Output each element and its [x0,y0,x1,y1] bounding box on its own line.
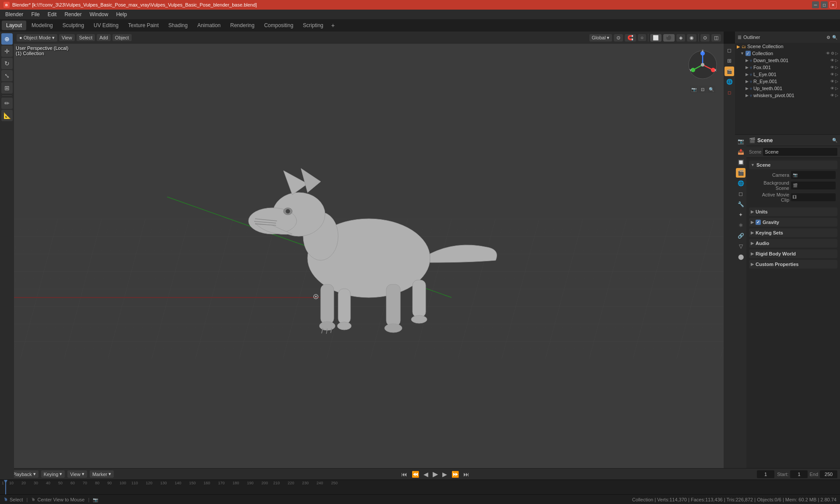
l-eye-render-icon[interactable]: ▷ [835,72,838,77]
tool-measure[interactable]: 📐 [1,110,13,121]
props-tab-material[interactable]: ⬤ [736,252,746,262]
props-tab-data[interactable]: ▽ [736,242,746,251]
tab-animation[interactable]: Animation [193,21,225,30]
scene-search-icon[interactable]: 🔍 [832,138,837,143]
props-tab-render[interactable]: 📷 [736,136,746,146]
camera-view-btn[interactable]: 📷 [690,85,698,93]
up-teeth-render-icon[interactable]: ▷ [835,86,838,91]
section-scene-header[interactable]: ▼ Scene [749,161,837,169]
outliner-fox[interactable]: ▶ ▿ Fox.001 👁 ▷ [735,64,840,71]
strip-icon-world[interactable]: 🌐 [724,77,734,87]
global-local-toggle[interactable]: Global ▾ [589,34,612,42]
l-eye-view-icon[interactable]: 👁 [830,72,834,77]
menu-edit[interactable]: Edit [44,10,60,18]
add-workspace-button[interactable]: + [329,21,337,30]
tab-modeling[interactable]: Modeling [27,21,57,30]
navigation-gizmo[interactable]: Z X Y [685,47,720,82]
section-gravity-header[interactable]: ▶ ✓ Gravity [749,218,837,227]
collection-extra-icon[interactable]: ⚙ [831,51,834,56]
maximize-button[interactable]: □ [821,1,828,8]
bg-scene-field[interactable]: 🎬 [791,182,836,189]
tool-move[interactable]: ✛ [1,46,13,57]
collection-checkbox[interactable]: ✓ [746,51,751,56]
outliner-search-icon[interactable]: 🔍 [832,35,837,40]
tool-transform[interactable]: ⊞ [1,82,13,94]
tool-rotate[interactable]: ↻ [1,58,13,69]
whiskers-render-icon[interactable]: ▷ [835,93,838,98]
section-units-header[interactable]: ▶ Units [749,207,837,216]
rendered-btn[interactable]: ◉ [687,34,696,42]
wireframe-btn[interactable]: ⬜ [650,34,662,42]
play-btn[interactable]: ▶ [432,470,439,478]
local-global-btn[interactable]: 🔍 [707,85,715,93]
center-view-status[interactable]: 🖱 Center View to Mouse [31,497,84,502]
timeline-body[interactable]: 1 10 20 30 40 50 60 70 80 90 100 110 120… [0,480,840,494]
up-teeth-view-icon[interactable]: 👁 [830,86,834,91]
xray-btn[interactable]: ◫ [711,34,721,42]
props-tab-view-layer[interactable]: 🔲 [736,158,746,167]
props-tab-scene[interactable]: 🎬 [736,168,746,178]
outliner-down-teeth[interactable]: ▶ ▿ Down_teeth.001 👁 ▷ [735,57,840,64]
obj-render-icon[interactable]: ▷ [835,58,838,63]
skip-end-btn[interactable]: ⏭ [462,471,470,478]
overlay-btn[interactable]: ⊙ [700,34,710,42]
mode-selector[interactable]: ● Object Mode ▾ [17,34,57,42]
proportional-edit-btn[interactable]: ○ [638,34,646,41]
outliner-collection[interactable]: ▼ ✓ Collection 👁 ⚙ ▷ [735,50,840,57]
props-tab-object[interactable]: ◻ [736,189,746,199]
tab-uv-editing[interactable]: UV Editing [89,21,123,30]
end-frame-input[interactable] [820,470,837,478]
pivot-point-btn[interactable]: ⊙ [614,34,623,42]
section-custom-header[interactable]: ▶ Custom Properties [749,260,837,269]
fox-view-icon[interactable]: 👁 [830,65,834,70]
props-tab-particles[interactable]: ✦ [736,210,746,220]
snap-btn[interactable]: 🧲 [625,34,636,42]
strip-icon-1[interactable]: ◻ [724,46,734,55]
skip-start-btn[interactable]: ⏮ [400,471,408,478]
current-frame-input[interactable] [757,470,774,478]
select-status[interactable]: 🖱 Select [4,497,23,502]
view-menu[interactable]: View [59,34,75,41]
whiskers-view-icon[interactable]: 👁 [830,93,834,98]
props-tab-modifier[interactable]: 🔧 [736,200,746,209]
marker-dropdown[interactable]: Marker ▾ [90,470,114,478]
r-eye-view-icon[interactable]: 👁 [830,79,834,84]
add-menu[interactable]: Add [97,34,111,41]
render-mode-status[interactable]: 📷 [93,497,98,502]
menu-render[interactable]: Render [61,10,85,18]
tab-sculpting[interactable]: Sculpting [58,21,88,30]
props-tab-constraints[interactable]: 🔗 [736,231,746,241]
prev-keyframe-btn[interactable]: ◀ [423,471,429,478]
tool-annotate[interactable]: ✏ [1,98,13,109]
tab-layout[interactable]: Layout [2,21,26,30]
outliner-l-eye[interactable]: ▶ ▿ L_Eye.001 👁 ▷ [735,71,840,78]
material-btn[interactable]: ◈ [676,34,685,42]
tool-scale[interactable]: ⤡ [1,70,13,81]
outliner-scene-collection[interactable]: ▶ 🗂 Scene Collection [735,43,840,50]
strip-icon-2[interactable]: ⊞ [724,56,734,66]
next-keyframe-btn[interactable]: ▶ [441,471,448,478]
prev-frame-btn[interactable]: ⏪ [411,471,420,478]
props-tab-physics[interactable]: ⚛ [736,220,746,230]
tab-shading[interactable]: Shading [164,21,192,30]
outliner-filter-icon[interactable]: ⚙ [826,35,830,40]
tool-cursor[interactable]: ⊕ [1,33,13,45]
menu-window[interactable]: Window [86,10,112,18]
fox-render-icon[interactable]: ▷ [835,65,838,70]
scene-name-field[interactable]: Scene [763,148,837,156]
outliner-r-eye[interactable]: ▶ ▿ R_Eye.001 👁 ▷ [735,78,840,85]
section-audio-header[interactable]: ▶ Audio [749,239,837,248]
tab-scripting[interactable]: Scripting [298,21,328,30]
menu-blender[interactable]: Blender [2,10,27,18]
section-rigid-header[interactable]: ▶ Rigid Body World [749,249,837,258]
props-tab-output[interactable]: 📤 [736,147,746,157]
menu-file[interactable]: File [28,10,43,18]
minimize-button[interactable]: ─ [812,1,819,8]
props-tab-world[interactable]: 🌐 [736,178,746,188]
section-keying-header[interactable]: ▶ Keying Sets [749,228,837,237]
gravity-checkbox[interactable]: ✓ [756,220,761,225]
strip-icon-scene[interactable]: 🎬 [724,66,734,76]
object-menu[interactable]: Object [112,34,132,41]
tab-rendering[interactable]: Rendering [226,21,259,30]
camera-field[interactable]: 📷 [791,171,836,179]
